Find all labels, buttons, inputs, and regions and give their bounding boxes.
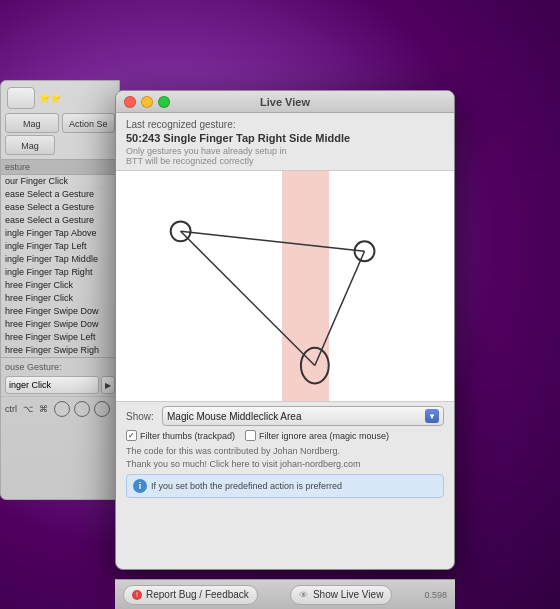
show-row: Show: Magic Mouse Middleclick Area ▼ bbox=[126, 406, 444, 426]
ctrl-key: ctrl bbox=[5, 404, 17, 414]
cmd-key: ⌘ bbox=[39, 404, 48, 414]
mag-tab[interactable]: Mag bbox=[5, 135, 55, 155]
filter-thumbs-checkbox[interactable] bbox=[126, 430, 137, 441]
list-item[interactable]: ease Select a Gesture bbox=[1, 214, 119, 227]
list-item[interactable]: hree Finger Swipe Left bbox=[1, 331, 119, 344]
trackpad-settings-label: Mag bbox=[23, 119, 41, 129]
sidebar-tabs: Mag Action Se Mag bbox=[1, 113, 119, 159]
list-item[interactable]: hree Finger Swipe Dow bbox=[1, 318, 119, 331]
info-icon: i bbox=[133, 479, 147, 493]
mouse-gesture-section: ouse Gesture: bbox=[1, 357, 119, 374]
list-item[interactable]: ingle Finger Tap Right bbox=[1, 266, 119, 279]
sidebar-button-1[interactable] bbox=[7, 87, 35, 109]
report-bug-label: Report Bug / Feedback bbox=[146, 589, 249, 600]
action-bar: ! Report Bug / Feedback 👁 Show Live View… bbox=[115, 579, 455, 609]
gesture-recognized-value: 50:243 Single Finger Tap Right Side Midd… bbox=[126, 132, 444, 144]
list-item[interactable]: ingle Finger Tap Above bbox=[1, 227, 119, 240]
window-title: Live View bbox=[260, 96, 310, 108]
filter-thumbs-checkbox-item: Filter thumbs (trackpad) bbox=[126, 430, 235, 441]
modifier-circle-1 bbox=[54, 401, 70, 417]
minimize-button[interactable] bbox=[141, 96, 153, 108]
action-settings-tab[interactable]: Action Se bbox=[62, 113, 116, 133]
maximize-button[interactable] bbox=[158, 96, 170, 108]
list-item[interactable]: ingle Finger Tap Middle bbox=[1, 253, 119, 266]
list-item[interactable]: hree Finger Click bbox=[1, 279, 119, 292]
svg-line-1 bbox=[181, 231, 365, 251]
gesture-hint-text: Only gestures you have already setup inB… bbox=[126, 146, 444, 166]
list-item[interactable]: hree Finger Click bbox=[1, 292, 119, 305]
gesture-header-label: Last recognized gesture: bbox=[126, 119, 444, 130]
title-bar: Live View bbox=[116, 91, 454, 113]
list-item[interactable]: ease Select a Gesture bbox=[1, 201, 119, 214]
window-header: Last recognized gesture: 50:243 Single F… bbox=[116, 113, 454, 171]
gesture-list: our Finger Click ease Select a Gesture e… bbox=[1, 175, 119, 357]
traffic-lights bbox=[124, 96, 170, 108]
svg-line-0 bbox=[181, 231, 315, 365]
gesture-combo-arrow[interactable]: ▶ bbox=[101, 376, 115, 394]
show-label: Show: bbox=[126, 411, 156, 422]
sidebar-top: ⭐⭐ bbox=[1, 81, 119, 113]
gesture-drawing bbox=[116, 171, 454, 401]
list-item[interactable]: hree Finger Swipe Righ bbox=[1, 344, 119, 357]
show-live-view-button[interactable]: 👁 Show Live View bbox=[290, 585, 392, 605]
action-settings-label: Action Se bbox=[69, 119, 108, 129]
version-text: 0.598 bbox=[424, 590, 447, 600]
info-text: If you set both the predefined action is… bbox=[151, 481, 342, 491]
window-controls: Show: Magic Mouse Middleclick Area ▼ Fil… bbox=[116, 401, 454, 506]
list-item[interactable]: ingle Finger Tap Left bbox=[1, 240, 119, 253]
svg-line-2 bbox=[315, 251, 365, 365]
gesture-combo[interactable]: inger Click bbox=[5, 376, 99, 394]
show-dropdown-value: Magic Mouse Middleclick Area bbox=[167, 411, 302, 422]
filter-thumbs-label: Filter thumbs (trackpad) bbox=[140, 431, 235, 441]
option-key: ⌥ bbox=[23, 404, 33, 414]
filter-ignore-checkbox-item: Filter ignore area (magic mouse) bbox=[245, 430, 389, 441]
report-bug-button[interactable]: ! Report Bug / Feedback bbox=[123, 585, 258, 605]
checkboxes-row: Filter thumbs (trackpad) Filter ignore a… bbox=[126, 430, 444, 441]
trackpad-settings-tab[interactable]: Mag bbox=[5, 113, 59, 133]
list-item[interactable]: ease Select a Gesture bbox=[1, 188, 119, 201]
gesture-canvas bbox=[116, 171, 454, 401]
info-bar: i If you set both the predefined action … bbox=[126, 474, 444, 498]
mag-tab-label: Mag bbox=[21, 141, 39, 151]
list-item[interactable]: hree Finger Swipe Dow bbox=[1, 305, 119, 318]
filter-ignore-checkbox[interactable] bbox=[245, 430, 256, 441]
eye-icon: 👁 bbox=[299, 590, 309, 600]
modifier-circle-2 bbox=[74, 401, 90, 417]
close-button[interactable] bbox=[124, 96, 136, 108]
credit-text[interactable]: The code for this was contributed by Joh… bbox=[126, 445, 444, 470]
modifier-keys-row: ctrl ⌥ ⌘ bbox=[1, 396, 119, 421]
show-dropdown[interactable]: Magic Mouse Middleclick Area ▼ bbox=[162, 406, 444, 426]
live-view-window: Live View Last recognized gesture: 50:24… bbox=[115, 90, 455, 570]
trackpad-icon: ⭐⭐ bbox=[39, 93, 61, 103]
filter-ignore-label: Filter ignore area (magic mouse) bbox=[259, 431, 389, 441]
modifier-circle-3 bbox=[94, 401, 110, 417]
dropdown-arrow-icon: ▼ bbox=[425, 409, 439, 423]
gesture-combo-row: inger Click ▶ bbox=[1, 374, 119, 396]
list-item[interactable]: our Finger Click bbox=[1, 175, 119, 188]
report-bug-icon: ! bbox=[132, 590, 142, 600]
show-live-label: Show Live View bbox=[313, 589, 383, 600]
gesture-section-label: esture bbox=[1, 159, 119, 175]
sidebar-panel: ⭐⭐ Mag Action Se Mag esture our Finger C… bbox=[0, 80, 120, 500]
